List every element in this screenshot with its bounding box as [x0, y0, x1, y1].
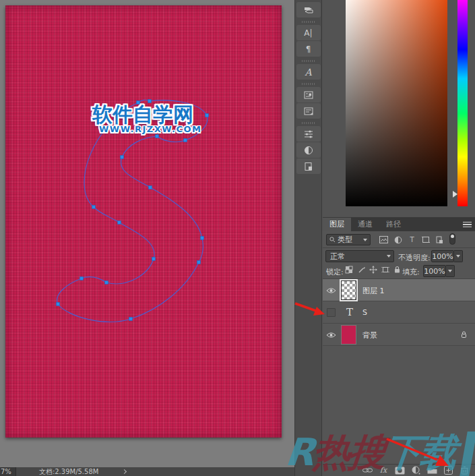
adjustments-panel-button[interactable] [296, 126, 321, 142]
layers-footer-toolbar: fx [323, 464, 475, 476]
properties-panel-icon [304, 90, 313, 100]
blend-mode-dropdown[interactable]: 正常 [325, 250, 394, 262]
new-layer-button[interactable] [443, 466, 453, 475]
status-bar: 7% 文档:2.39M/5.58M [0, 467, 294, 476]
filter-type-buttons: T [377, 234, 457, 245]
blend-mode-row: 正常 不透明度: 100% [323, 249, 475, 264]
layer-name[interactable]: 图层 1 [362, 286, 385, 296]
right-panel: 图层 通道 路径 类型 [323, 0, 475, 476]
mixer-brush-icon [303, 5, 314, 15]
color-panel [323, 0, 475, 216]
fill-dropdown-button[interactable] [446, 265, 455, 277]
half-circle-icon [304, 146, 313, 155]
lock-position-move-icon[interactable] [369, 266, 377, 274]
layer-row-s-text[interactable]: T S [323, 301, 475, 324]
layer-thumbnail[interactable] [341, 325, 356, 345]
libraries-book-icon [304, 162, 313, 171]
filter-shape-layers-icon[interactable] [422, 236, 430, 243]
status-expand-chevron-icon[interactable] [122, 469, 127, 474]
document-size-info: 文档:2.39M/5.58M [39, 467, 99, 476]
layer-mask-icon [395, 467, 405, 475]
document-canvas[interactable] [5, 5, 282, 438]
opacity-dropdown-button[interactable] [454, 250, 463, 262]
eye-icon [326, 287, 336, 294]
lock-transparency-icon[interactable] [345, 266, 353, 274]
layer-effects-button[interactable]: fx [378, 466, 389, 475]
visibility-toggle[interactable] [325, 329, 337, 340]
new-adjustment-layer-button[interactable] [410, 466, 421, 475]
lock-buttons [345, 266, 401, 274]
character-panel-button[interactable]: A| [296, 25, 321, 40]
panel-group-grip [302, 122, 315, 124]
layer-thumbnail[interactable] [341, 280, 356, 300]
tab-channels[interactable]: 通道 [351, 218, 379, 231]
clone-source-panel-button[interactable] [296, 142, 321, 158]
filter-kind-dropdown[interactable]: 类型 [326, 234, 371, 245]
layer-filter-row: 类型 T [323, 231, 475, 248]
filter-pixel-layers-icon[interactable] [379, 236, 388, 243]
fill-value-field[interactable]: 100% [423, 265, 446, 277]
panel-group-grip [302, 60, 315, 62]
canvas-watermark-url: WWW.RJZXW.COM [99, 124, 201, 134]
layer-row-layer1[interactable]: 图层 1 [323, 279, 475, 301]
glyphs-panel-button[interactable]: A [296, 64, 321, 80]
panel-menu-icon[interactable] [463, 222, 472, 227]
layers-panel: 图层 通道 路径 类型 [323, 217, 475, 476]
lock-label: 锁定: [326, 267, 344, 277]
svg-text:T: T [409, 236, 414, 243]
lock-pixels-brush-icon[interactable] [357, 266, 365, 274]
properties-panel-button[interactable] [296, 87, 321, 102]
visibility-toggle[interactable] [325, 285, 337, 296]
new-layer-plus-icon [444, 466, 453, 475]
fill-label: 填充: [402, 267, 420, 277]
add-layer-mask-button[interactable] [394, 466, 405, 475]
character-panel-icon: A| [304, 28, 312, 38]
fill-value: 100% [424, 267, 445, 276]
layer-name[interactable]: S [362, 308, 367, 317]
mixer-brush-panel-button[interactable] [296, 2, 321, 18]
opacity-value-field[interactable]: 100% [431, 250, 454, 262]
search-icon [329, 237, 336, 243]
adjustments-sliders-icon [304, 129, 313, 139]
panel-icon-column: A| ¶ A [294, 0, 322, 476]
tab-paths[interactable]: 路径 [379, 218, 408, 231]
hue-slider-marker[interactable] [453, 191, 457, 198]
notes-panel-button[interactable] [296, 103, 321, 119]
opacity-label: 不透明度: [398, 253, 431, 263]
tab-layers[interactable]: 图层 [323, 218, 351, 231]
filter-kind-value: 类型 [338, 235, 352, 245]
panel-group-grip [302, 21, 315, 23]
saturation-brightness-field[interactable] [346, 0, 447, 206]
lock-row: 锁定: [323, 264, 475, 279]
filter-toggle-switch[interactable] [449, 233, 455, 245]
paragraph-panel-button[interactable]: ¶ [296, 41, 321, 57]
panel-tab-bar: 图层 通道 路径 [323, 218, 475, 231]
text-layer-icon: T [343, 306, 356, 318]
opacity-value: 100% [432, 252, 453, 261]
adjustment-circle-icon [412, 466, 420, 475]
panel-group-grip [302, 83, 315, 85]
eye-icon [326, 332, 336, 338]
hue-slider[interactable] [457, 0, 468, 206]
chevron-down-icon [387, 255, 391, 258]
filter-adjustment-layers-icon[interactable] [394, 236, 402, 244]
zoom-level-field[interactable]: 7% [0, 467, 16, 476]
visibility-toggle-off[interactable] [327, 308, 336, 317]
new-group-button[interactable] [426, 466, 437, 475]
folder-icon [427, 467, 437, 474]
glyphs-panel-icon: A [305, 67, 311, 78]
layer-list: 图层 1 T S 背景 [323, 279, 475, 346]
libraries-panel-button[interactable] [296, 158, 321, 174]
filter-smart-objects-icon[interactable] [436, 236, 443, 244]
lock-all-icon[interactable] [393, 266, 401, 274]
blend-mode-value: 正常 [330, 251, 345, 262]
background-lock-icon [461, 331, 467, 338]
lock-artboard-icon[interactable] [381, 266, 389, 274]
link-icon [362, 467, 373, 473]
filter-type-layers-icon[interactable]: T [408, 236, 416, 243]
link-layers-button[interactable] [362, 466, 373, 475]
layer-row-background[interactable]: 背景 [323, 324, 475, 346]
photoshop-window: 软件自学网 WWW.RJZXW.COM 7% 文档:2.39M/5.58M A|… [0, 0, 475, 476]
layer-name[interactable]: 背景 [362, 330, 377, 340]
paragraph-panel-icon: ¶ [306, 44, 311, 54]
